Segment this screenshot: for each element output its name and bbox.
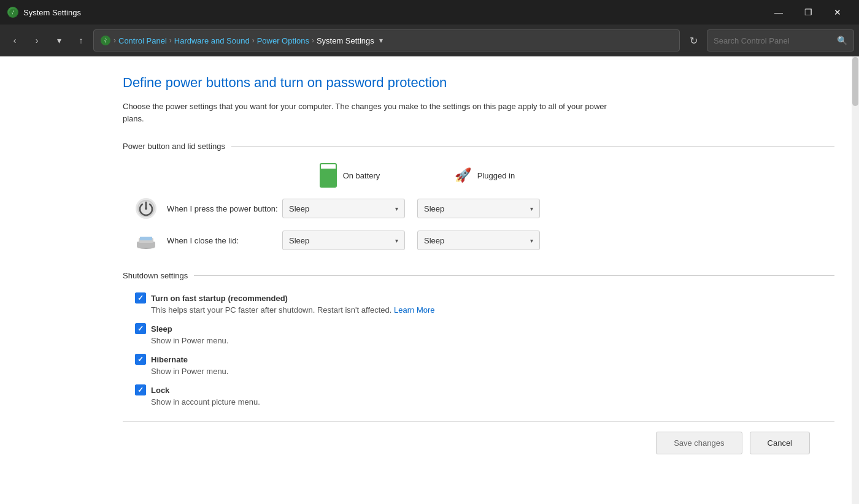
scrollbar-thumb[interactable] <box>852 57 858 106</box>
forward-button[interactable]: › <box>27 31 47 50</box>
app-icon <box>7 7 18 18</box>
lid-plugged-dropdown[interactable]: Sleep ▾ <box>417 231 540 250</box>
fast-startup-row: ✓ Turn on fast startup (recommended) <box>135 292 834 304</box>
up-button[interactable]: ↑ <box>71 31 91 50</box>
sep2: › <box>169 36 172 45</box>
power-header-row: On battery 🚀 Plugged in <box>282 163 834 188</box>
lid-battery-dropdown[interactable]: Sleep ▾ <box>282 231 405 250</box>
fast-startup-title: Turn on fast startup (recommended) <box>151 294 288 303</box>
power-button-plugged-value: Sleep <box>424 204 444 213</box>
power-section-line <box>231 146 834 147</box>
lock-item: ✓ Lock Show in account picture menu. <box>135 384 834 407</box>
dropdown-arrow-icon3: ▾ <box>395 237 398 244</box>
plugged-in-label: Plugged in <box>477 171 515 180</box>
fast-startup-checkbox[interactable]: ✓ <box>135 292 146 304</box>
hibernate-checkbox[interactable]: ✓ <box>135 354 146 365</box>
lid-plugged-value: Sleep <box>424 236 444 245</box>
power-section-header: Power button and lid settings <box>123 142 834 151</box>
svg-point-7 <box>145 207 147 210</box>
power-button-icon <box>135 197 157 220</box>
power-grid: On battery 🚀 Plugged in When I press the… <box>135 163 834 251</box>
svg-rect-10 <box>140 237 152 240</box>
shutdown-section-header: Shutdown settings <box>123 271 834 280</box>
address-box[interactable]: › Control Panel › Hardware and Sound › P… <box>93 29 680 52</box>
breadcrumb-current: System Settings <box>317 36 374 45</box>
hibernate-desc: Show in Power menu. <box>151 367 834 376</box>
search-input[interactable] <box>714 36 832 45</box>
breadcrumb-hardware-sound[interactable]: Hardware and Sound <box>174 36 250 45</box>
sleep-item: ✓ Sleep Show in Power menu. <box>135 323 834 345</box>
fast-startup-item: ✓ Turn on fast startup (recommended) Thi… <box>135 292 834 315</box>
plug-icon: 🚀 <box>455 167 471 183</box>
refresh-button[interactable]: ↻ <box>682 29 704 52</box>
page-description: Choose the power settings that you want … <box>123 101 626 124</box>
sep1: › <box>114 36 116 45</box>
save-changes-button[interactable]: Save changes <box>656 432 742 454</box>
power-button-battery-dropdown[interactable]: Sleep ▾ <box>282 199 405 218</box>
hibernate-title: Hibernate <box>151 355 188 364</box>
lock-checkbox[interactable]: ✓ <box>135 384 146 395</box>
main-content: Define power buttons and turn on passwor… <box>0 56 859 504</box>
address-icon <box>100 35 111 46</box>
on-battery-label: On battery <box>343 171 380 180</box>
lock-row: ✓ Lock <box>135 384 834 395</box>
sep3: › <box>252 36 255 45</box>
power-button-plugged-dropdown[interactable]: Sleep ▾ <box>417 199 540 218</box>
shutdown-section-label: Shutdown settings <box>123 271 188 280</box>
power-button-row: When I press the power button: Sleep ▾ S… <box>135 197 834 220</box>
window-title: System Settings <box>23 8 765 17</box>
lid-icon <box>135 229 157 251</box>
footer: Save changes Cancel <box>123 421 834 464</box>
lid-battery-value: Sleep <box>289 236 309 245</box>
power-section-label: Power button and lid settings <box>123 142 225 151</box>
breadcrumb-control-panel[interactable]: Control Panel <box>118 36 167 45</box>
sleep-title: Sleep <box>151 324 172 334</box>
scrollbar-track[interactable] <box>852 56 859 504</box>
lock-title: Lock <box>151 386 169 395</box>
sleep-checkbox[interactable]: ✓ <box>135 323 146 334</box>
back-button[interactable]: ‹ <box>5 31 25 50</box>
dropdown-arrow-icon2: ▾ <box>530 205 533 212</box>
shutdown-section: ✓ Turn on fast startup (recommended) Thi… <box>123 292 834 407</box>
breadcrumb-power-options[interactable]: Power Options <box>257 36 309 45</box>
search-box[interactable]: 🔍 <box>707 29 854 52</box>
close-button[interactable]: ✕ <box>823 3 852 21</box>
restore-button[interactable]: ❐ <box>794 3 822 21</box>
plugged-in-header: 🚀 Plugged in <box>417 167 552 183</box>
cancel-button[interactable]: Cancel <box>750 432 810 454</box>
sleep-desc: Show in Power menu. <box>151 336 834 345</box>
shutdown-section-line <box>194 275 834 276</box>
titlebar: System Settings — ❐ ✕ <box>0 0 859 25</box>
svg-point-0 <box>9 9 17 16</box>
hibernate-row: ✓ Hibernate <box>135 354 834 365</box>
lid-label: When I close the lid: <box>167 236 282 245</box>
addressbar: ‹ › ▾ ↑ › Control Panel › Hardware and S… <box>0 25 859 56</box>
power-button-battery-value: Sleep <box>289 204 309 213</box>
power-button-label: When I press the power button: <box>167 204 282 213</box>
lock-desc: Show in account picture menu. <box>151 397 834 407</box>
hibernate-item: ✓ Hibernate Show in Power menu. <box>135 354 834 376</box>
dropdown-arrow-icon4: ▾ <box>530 237 533 244</box>
search-icon[interactable]: 🔍 <box>837 36 847 45</box>
fast-startup-desc: This helps start your PC faster after sh… <box>151 305 834 315</box>
page-title: Define power buttons and turn on passwor… <box>123 75 834 91</box>
dropdown-arrow-icon: ▾ <box>395 205 398 212</box>
sleep-row: ✓ Sleep <box>135 323 834 334</box>
recent-locations-button[interactable]: ▾ <box>49 31 69 50</box>
lid-row: When I close the lid: Sleep ▾ Sleep ▾ <box>135 229 834 251</box>
minimize-button[interactable]: — <box>765 3 793 21</box>
battery-icon <box>320 163 337 188</box>
window-controls: — ❐ ✕ <box>765 3 852 21</box>
shutdown-items: ✓ Turn on fast startup (recommended) Thi… <box>135 292 834 407</box>
address-chevron-icon[interactable]: ▾ <box>379 36 383 45</box>
on-battery-header: On battery <box>282 163 417 188</box>
sep4: › <box>312 36 314 45</box>
learn-more-link[interactable]: Learn More <box>394 305 434 315</box>
